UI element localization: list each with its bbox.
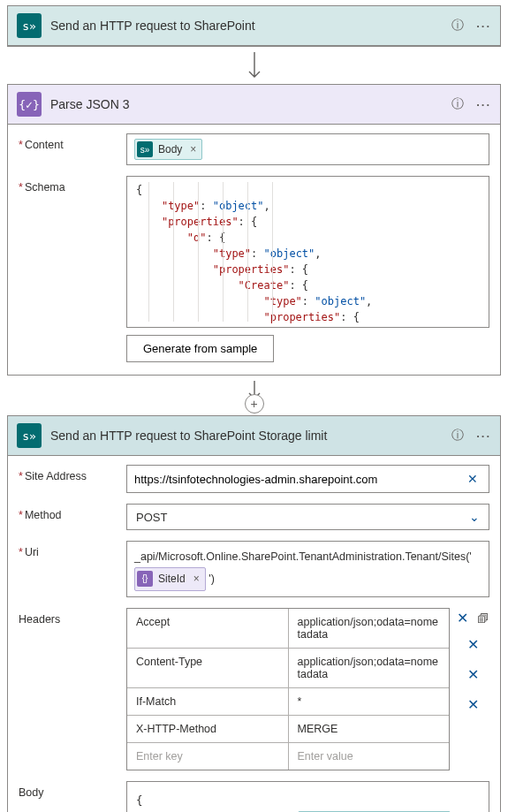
site-address-value[interactable] (134, 473, 459, 486)
clear-icon[interactable]: ✕ (464, 472, 481, 486)
card-title: Send an HTTP request to SharePoint (50, 19, 443, 33)
schema-editor[interactable]: { "type": "object", "properties": { "d":… (126, 176, 489, 328)
help-icon[interactable]: ⓘ (451, 428, 464, 444)
more-menu-icon[interactable]: ··· (476, 98, 491, 111)
sharepoint-icon: s» (17, 423, 42, 448)
header-value-cell[interactable]: application/json;odata=nometadata (289, 649, 450, 687)
remove-token-icon[interactable]: × (187, 143, 196, 156)
uri-text-a: _api/Microsoft.Online.SharePoint.TenantA… (134, 550, 472, 563)
generate-from-sample-button[interactable]: Generate from sample (126, 335, 274, 362)
header-value-placeholder[interactable]: Enter value (289, 743, 450, 770)
switch-mode-icon[interactable]: 🗊 (477, 611, 489, 626)
delete-row-icon[interactable]: ✕ (467, 698, 479, 712)
body-label: Body (19, 781, 116, 799)
headers-label: Headers (19, 608, 116, 626)
site-address-label: Site Address (19, 465, 116, 482)
help-icon[interactable]: ⓘ (451, 96, 464, 112)
table-row: If-Match * (127, 688, 449, 716)
help-icon[interactable]: ⓘ (451, 18, 464, 34)
flow-arrow-with-add: + (7, 376, 501, 415)
delete-row-icon[interactable]: ✕ (457, 611, 468, 626)
flow-arrow (7, 47, 501, 84)
card-title: Send an HTTP request to SharePoint Stora… (50, 429, 443, 443)
table-row: Content-Type application/json;odata=nome… (127, 649, 449, 688)
parse-json-icon: {} (137, 571, 153, 587)
uri-input[interactable]: _api/Microsoft.Online.SharePoint.TenantA… (126, 541, 489, 597)
token-siteid[interactable]: {} SiteId × (134, 567, 206, 592)
uri-text-b: ') (209, 572, 215, 584)
card-header[interactable]: {✓} Parse JSON 3 ⓘ ··· (8, 85, 500, 125)
card-header[interactable]: s» Send an HTTP request to SharePoint ⓘ … (8, 6, 500, 46)
delete-row-icon[interactable]: ✕ (467, 638, 479, 652)
parse-json-icon: {✓} (17, 92, 42, 117)
more-menu-icon[interactable]: ··· (476, 19, 491, 33)
site-address-input[interactable]: ✕ (126, 465, 489, 493)
sharepoint-icon: s» (17, 13, 42, 38)
token-label: Body (158, 143, 182, 156)
headers-side-controls: ✕ 🗊 ✕ ✕ ✕ (457, 608, 489, 770)
action-card-http-sharepoint: s» Send an HTTP request to SharePoint ⓘ … (7, 5, 501, 47)
body-input[interactable]: { "StorageMaximumLevel": " s» Max Storag… (126, 781, 489, 812)
header-key-cell[interactable]: Accept (127, 609, 289, 648)
card-header[interactable]: s» Send an HTTP request to SharePoint St… (8, 416, 500, 456)
header-key-cell[interactable]: Content-Type (127, 649, 289, 687)
header-value-cell[interactable]: * (289, 688, 450, 715)
method-value: POST (136, 511, 464, 524)
table-row: X-HTTP-Method MERGE (127, 716, 449, 743)
card-title: Parse JSON 3 (50, 97, 443, 111)
header-key-cell[interactable]: If-Match (127, 688, 289, 715)
header-value-cell[interactable]: application/json;odata=nometadata (289, 609, 450, 648)
headers-table: Accept application/json;odata=nometadata… (126, 608, 450, 770)
chevron-down-icon: ⌄ (469, 510, 480, 524)
header-key-placeholder[interactable]: Enter key (127, 743, 289, 770)
delete-row-icon[interactable]: ✕ (467, 668, 479, 682)
token-body[interactable]: s» Body × (134, 139, 202, 160)
action-card-http-storage-limit: s» Send an HTTP request to SharePoint St… (7, 415, 501, 812)
method-select[interactable]: POST ⌄ (126, 504, 489, 530)
body-open: { (136, 789, 480, 811)
remove-token-icon[interactable]: × (191, 570, 200, 589)
action-card-parse-json: {✓} Parse JSON 3 ⓘ ··· Content s» Body ×… (7, 84, 501, 376)
schema-label: Schema (19, 176, 116, 194)
content-input[interactable]: s» Body × (126, 133, 489, 165)
sharepoint-icon: s» (137, 141, 153, 157)
add-step-button[interactable]: + (245, 394, 264, 414)
table-row: Enter key Enter value (127, 743, 449, 770)
more-menu-icon[interactable]: ··· (476, 429, 491, 443)
method-label: Method (19, 504, 116, 521)
table-row: Accept application/json;odata=nometadata (127, 609, 449, 649)
header-key-cell[interactable]: X-HTTP-Method (127, 716, 289, 742)
token-label: SiteId (158, 570, 186, 589)
header-value-cell[interactable]: MERGE (289, 716, 450, 742)
content-label: Content (19, 133, 116, 151)
uri-label: Uri (19, 541, 116, 558)
